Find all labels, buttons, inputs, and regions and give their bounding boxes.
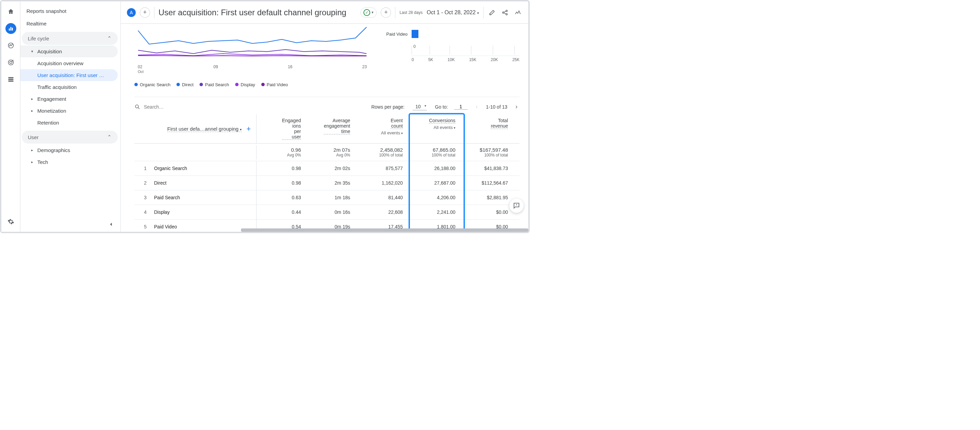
metric-filter[interactable]: All events bbox=[360, 130, 403, 135]
metric-filter[interactable]: All events bbox=[412, 125, 455, 130]
chevron-down-icon: ▾ bbox=[240, 127, 242, 131]
rows-per-page-select[interactable]: 10 bbox=[413, 103, 427, 110]
configure-icon[interactable] bbox=[5, 74, 16, 85]
sidebar-demographics[interactable]: ▸Demographics bbox=[21, 144, 118, 156]
search-icon bbox=[134, 104, 140, 110]
sidebar-realtime[interactable]: Realtime bbox=[21, 17, 118, 30]
dim-cell: 1Organic Search bbox=[134, 161, 256, 175]
dimension-picker[interactable]: First user defa…annel grouping ▾ bbox=[167, 126, 242, 132]
header: A + User acquisition: First user default… bbox=[121, 2, 528, 24]
chevron-down-icon: ▾ bbox=[372, 10, 374, 14]
row-index: 4 bbox=[140, 209, 146, 215]
x-tick: 23 bbox=[363, 64, 367, 74]
metric-cell: 22,608 bbox=[355, 206, 407, 218]
metric-header[interactable]: EventcountAll events bbox=[355, 115, 407, 143]
edit-report-icon[interactable] bbox=[488, 8, 496, 17]
svg-rect-0 bbox=[9, 29, 10, 30]
segment-avatar[interactable]: A bbox=[127, 8, 136, 17]
bar-chart: Paid Video 0 0 5K 10K bbox=[380, 24, 520, 78]
main: A + User acquisition: First user default… bbox=[121, 2, 528, 232]
metric-cell: 0.63 bbox=[256, 191, 306, 204]
row-index: 5 bbox=[140, 224, 146, 229]
table-row[interactable]: 2Direct0.982m 35s1,162,02027,687.00$112,… bbox=[134, 176, 520, 190]
row-name: Display bbox=[154, 209, 170, 215]
metric-header[interactable]: Totalrevenue bbox=[460, 115, 513, 143]
legend-dot-icon bbox=[235, 83, 239, 86]
goto-input[interactable] bbox=[454, 104, 468, 110]
metric-header[interactable]: Engagedionsperuser bbox=[256, 115, 306, 143]
caret-right-icon: ▸ bbox=[31, 148, 37, 152]
advertising-icon[interactable] bbox=[5, 57, 16, 68]
legend-item[interactable]: Paid Video bbox=[261, 82, 288, 87]
settings-icon[interactable] bbox=[5, 216, 16, 227]
sidebar-traffic-acquisition[interactable]: Traffic acquisition bbox=[21, 81, 118, 93]
date-preset-label: Last 28 days bbox=[399, 10, 422, 15]
metric-cell: 0.98 bbox=[256, 177, 306, 189]
metric-cell: 0.44 bbox=[256, 206, 306, 218]
retention-label: Retention bbox=[37, 120, 59, 126]
line-chart: 02Oct 09 16 23 bbox=[134, 24, 370, 78]
sidebar-user-acquisition[interactable]: User acquisition: First user … bbox=[21, 69, 118, 81]
explore-icon[interactable] bbox=[5, 40, 16, 51]
table-row[interactable]: 1Organic Search0.982m 02s875,57726,188.0… bbox=[134, 161, 520, 176]
totals-cell: 67,865.00100% of total bbox=[407, 143, 460, 161]
legend-dot-icon bbox=[199, 83, 203, 86]
sidebar-acquisition[interactable]: ▾Acquisition bbox=[21, 46, 118, 57]
dim-cell: 3Paid Search bbox=[134, 190, 256, 205]
add-filter-button[interactable]: + bbox=[381, 8, 391, 18]
bar-tick: 10K bbox=[448, 57, 455, 62]
sidebar-group-lifecycle[interactable]: Life cycle⌃ bbox=[22, 32, 118, 45]
sidebar-group-user[interactable]: User⌃ bbox=[22, 131, 118, 143]
status-chip[interactable]: ✓▾ bbox=[360, 8, 377, 18]
sidebar-reports-snapshot[interactable]: Reports snapshot bbox=[21, 5, 118, 17]
divider bbox=[154, 7, 154, 18]
totals-cell: 0.96Avg 0% bbox=[256, 143, 306, 161]
x-month: Oct bbox=[138, 70, 143, 74]
divider bbox=[395, 7, 395, 18]
reports-icon[interactable] bbox=[5, 23, 16, 34]
totals-cell: $167,597.48100% of total bbox=[460, 143, 513, 161]
prev-page-button[interactable]: ‹ bbox=[474, 103, 480, 110]
metric-cell: 81,440 bbox=[355, 191, 407, 204]
metric-cell: 0.98 bbox=[256, 162, 306, 174]
sidebar-tech[interactable]: ▸Tech bbox=[21, 156, 118, 168]
monetization-label: Monetization bbox=[37, 108, 66, 114]
chevron-down-icon: ▾ bbox=[477, 11, 479, 15]
insights-icon[interactable] bbox=[514, 8, 522, 17]
sidebar-monetization[interactable]: ▸Monetization bbox=[21, 105, 118, 117]
collapse-sidebar-icon[interactable] bbox=[108, 221, 115, 228]
share-icon[interactable] bbox=[501, 8, 509, 17]
table-toolbar: Rows per page: 10 Go to: ‹ 1-10 of 13 › bbox=[134, 97, 520, 112]
caret-right-icon: ▸ bbox=[31, 160, 37, 164]
sidebar-retention[interactable]: Retention bbox=[21, 117, 118, 129]
metric-header[interactable]: Averageengagementtime bbox=[306, 115, 355, 143]
table-row[interactable]: 4Display0.440m 16s22,6082,241.00$0.00 bbox=[134, 205, 520, 220]
table-search[interactable] bbox=[134, 104, 191, 110]
engagement-label: Engagement bbox=[37, 96, 66, 102]
table-row[interactable]: 3Paid Search0.631m 18s81,4404,206.00$2,8… bbox=[134, 190, 520, 205]
add-dimension-button[interactable]: + bbox=[247, 124, 251, 134]
metric-cell: 875,577 bbox=[355, 162, 407, 174]
date-range-picker[interactable]: Oct 1 - Oct 28, 2022 ▾ bbox=[426, 10, 479, 16]
search-input[interactable] bbox=[144, 104, 191, 110]
sidebar-engagement[interactable]: ▸Engagement bbox=[21, 93, 118, 105]
bar-tick: 25K bbox=[512, 57, 520, 62]
legend-item[interactable]: Direct bbox=[177, 82, 193, 87]
legend-item[interactable]: Display bbox=[235, 82, 255, 87]
legend-item[interactable]: Organic Search bbox=[134, 82, 170, 87]
page-range: 1-10 of 13 bbox=[486, 104, 507, 110]
legend-item[interactable]: Paid Search bbox=[199, 82, 229, 87]
feedback-button[interactable] bbox=[509, 199, 523, 213]
home-icon[interactable] bbox=[5, 6, 16, 17]
next-page-button[interactable]: › bbox=[514, 103, 520, 110]
metric-cell: 1m 18s bbox=[306, 191, 355, 204]
user-label: User bbox=[28, 134, 39, 140]
row-name: Direct bbox=[154, 180, 167, 186]
x-tick: 09 bbox=[213, 64, 218, 74]
sidebar-acq-overview[interactable]: Acquisition overview bbox=[21, 57, 118, 69]
horizontal-scrollbar[interactable] bbox=[241, 228, 528, 232]
rows-per-page-label: Rows per page: bbox=[371, 104, 404, 110]
metric-cell: 1,162,020 bbox=[355, 177, 407, 189]
add-comparison-button[interactable]: + bbox=[140, 8, 150, 18]
metric-header[interactable]: ConversionsAll events bbox=[407, 115, 460, 143]
